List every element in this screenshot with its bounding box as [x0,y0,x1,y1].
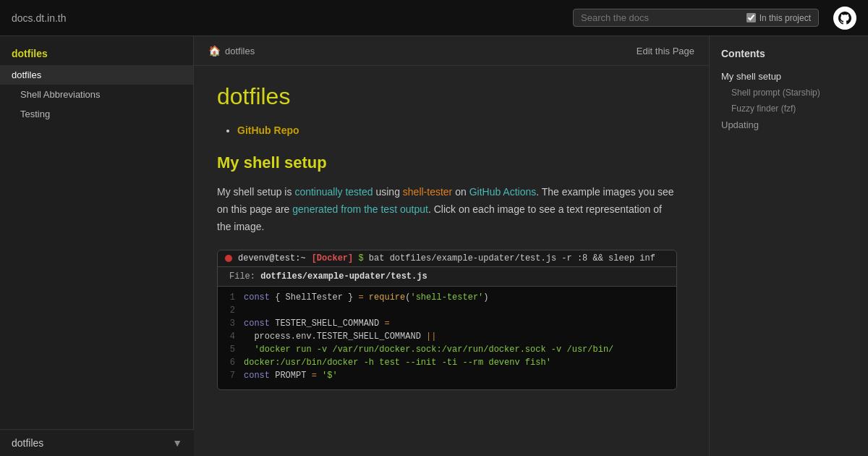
code-line: 4 process.env.TESTER_SHELL_COMMAND || [218,332,676,345]
shell-tester-link[interactable]: shell-tester [403,186,452,198]
github-repo-link[interactable]: GitHub Repo [237,124,299,136]
code-block: devenv@test:~ [Docker] $ bat dotfiles/ex… [217,250,677,390]
github-actions-link[interactable]: GitHub Actions [469,186,537,198]
in-this-project-label: In this project [746,13,811,23]
section-heading: My shell setup [217,153,677,172]
github-repo-item: GitHub Repo [237,124,677,136]
terminal-cmd: [Docker] $ bat dotfiles/example-updater/… [312,253,655,263]
edit-page-link[interactable]: Edit this Page [637,46,694,56]
topnav: docs.dt.in.th In this project [0,0,868,36]
content-body: dotfiles GitHub Repo My shell setup My s… [194,66,700,408]
sidebar-item-dotfiles[interactable]: dotfiles [0,65,193,85]
in-this-project-checkbox[interactable] [746,13,756,22]
code-line: 7 const PROMPT = '$' [218,371,676,384]
code-line: 2 [218,305,676,318]
site-title: docs.dt.in.th [12,12,67,24]
breadcrumb-bar: 🏠 dotfiles Edit this Page [194,36,709,66]
code-line: 1 const { ShellTester } = require('shell… [218,292,676,305]
toc-sub-group: Shell prompt (Starship) Fuzzy finder (fz… [721,85,856,117]
terminal-user: devenv@test:~ [238,253,306,263]
intro-paragraph: My shell setup is continually tested usi… [217,184,677,235]
file-name: dotfiles/example-updater/test.js [260,271,427,282]
breadcrumb: 🏠 dotfiles [208,45,255,56]
layout: dotfiles dotfiles Shell Abbreviations Te… [0,36,868,456]
toc-item-updating[interactable]: Updating [721,117,856,133]
contents-heading: Contents [721,48,856,59]
breadcrumb-path: dotfiles [225,46,255,56]
sidebar-item-shell-abbreviations[interactable]: Shell Abbreviations [0,85,193,104]
code-line: 3 const TESTER_SHELL_COMMAND = [218,318,676,332]
links-list: GitHub Repo [237,124,677,136]
cmd-dollar: $ [358,253,363,263]
cmd-text: bat dotfiles/example-updater/test.js -r … [369,253,655,263]
page-title: dotfiles [217,83,677,110]
main-content: 🏠 dotfiles Edit this Page dotfiles GitHu… [194,36,709,456]
sidebar-item-testing[interactable]: Testing [0,104,193,124]
generated-from-test-output-link[interactable]: generated from the test output [292,203,428,215]
search-input[interactable] [581,12,741,23]
code-line: 6 docker:/usr/bin/docker -h test --init … [218,358,676,371]
github-icon[interactable] [833,7,856,30]
home-icon: 🏠 [208,45,221,56]
toc-item-shell-prompt[interactable]: Shell prompt (Starship) [731,85,856,101]
sidebar-section-header: dotfiles [0,42,193,65]
terminal-dot [225,255,232,262]
toc-item-my-shell-setup[interactable]: My shell setup [721,68,856,85]
continually-tested-link[interactable]: continually tested [294,186,373,198]
sidebar-bottom: dotfiles ▼ [0,429,194,456]
code-file-header: File: dotfiles/example-updater/test.js [218,267,676,287]
sidebar: dotfiles dotfiles Shell Abbreviations Te… [0,36,194,456]
code-lines: 1 const { ShellTester } = require('shell… [218,287,676,389]
code-line: 5 'docker run -v /var/run/docker.sock:/v… [218,345,676,358]
search-bar: In this project [573,9,819,27]
chevron-down-icon: ▼ [172,437,182,449]
docker-label: [Docker] [312,253,354,263]
terminal-bar: devenv@test:~ [Docker] $ bat dotfiles/ex… [218,250,676,267]
right-sidebar: Contents My shell setup Shell prompt (St… [709,36,868,456]
file-label: File: [229,271,255,282]
toc-item-fuzzy-finder[interactable]: Fuzzy finder (fzf) [731,101,856,117]
